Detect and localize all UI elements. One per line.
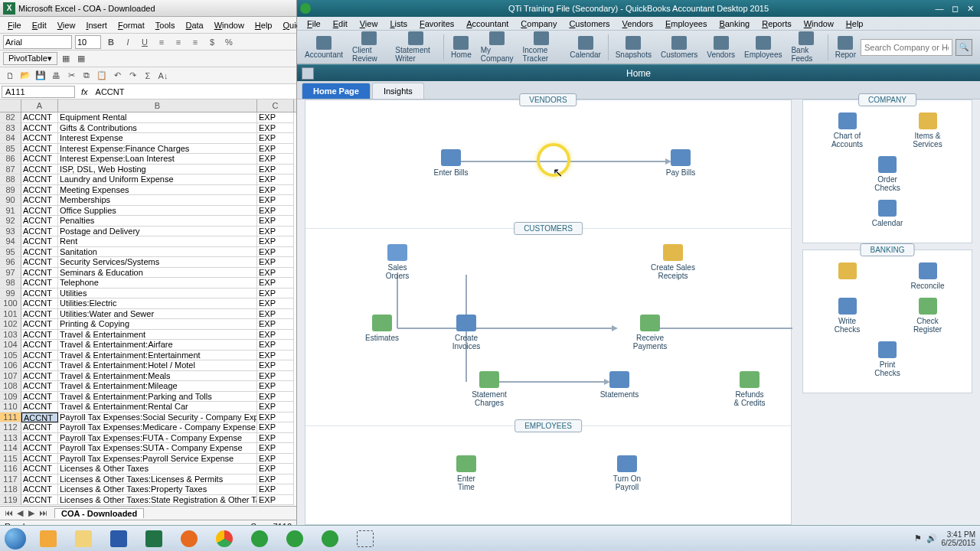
cell[interactable]: ACCNT bbox=[21, 340, 58, 350]
cell[interactable]: EXP bbox=[257, 123, 294, 134]
cell[interactable]: ACCNT bbox=[21, 298, 58, 309]
iconbar-employees[interactable]: Employees bbox=[740, 34, 786, 60]
cell[interactable]: Office Supplies bbox=[58, 206, 257, 217]
cell[interactable]: Payroll Tax Expenses:SUTA - Company Expe… bbox=[58, 443, 257, 454]
cell[interactable]: ACCNT bbox=[21, 402, 58, 412]
pivottable-button[interactable]: PivotTable▾ bbox=[3, 52, 57, 65]
name-box[interactable]: A111 bbox=[2, 86, 75, 98]
taskbar-qb1[interactable] bbox=[243, 528, 276, 549]
cell[interactable]: EXP bbox=[257, 330, 294, 341]
toolbar-icon[interactable]: ▦ bbox=[59, 52, 73, 66]
qb-menu-accountant[interactable]: Accountant bbox=[461, 18, 514, 29]
currency-icon[interactable]: $ bbox=[205, 35, 219, 49]
cell[interactable]: EXP bbox=[257, 278, 294, 289]
percent-icon[interactable]: % bbox=[222, 35, 236, 49]
cell[interactable]: EXP bbox=[257, 112, 294, 123]
table-row[interactable]: 85ACCNTInterest Expense:Finance ChargesE… bbox=[0, 144, 296, 155]
table-row[interactable]: 111ACCNTPayroll Tax Expenses:Social Secu… bbox=[0, 412, 296, 423]
table-row[interactable]: 88ACCNTLaundry and Uniform ExpenseEXP bbox=[0, 174, 296, 185]
cell[interactable]: Travel & Entertainment:Entertainment bbox=[58, 350, 257, 361]
cell[interactable]: ACCNT bbox=[21, 216, 58, 227]
cell[interactable]: EXP bbox=[257, 350, 294, 361]
qb-menu-help[interactable]: Help bbox=[841, 18, 869, 29]
col-header-a[interactable]: A bbox=[21, 99, 58, 112]
excel-menu-data[interactable]: Data bbox=[181, 19, 207, 31]
tray-clock[interactable]: 3:41 PM6/25/2015 bbox=[942, 530, 976, 547]
row-header[interactable]: 94 bbox=[0, 236, 21, 247]
row-header[interactable]: 102 bbox=[0, 319, 21, 330]
sort-asc-icon[interactable]: A↓ bbox=[156, 69, 170, 83]
cell[interactable]: Interest Expense:Finance Charges bbox=[58, 144, 257, 155]
undo-icon[interactable]: ↶ bbox=[110, 69, 124, 83]
cell[interactable]: Utilities bbox=[58, 289, 257, 299]
excel-menubar[interactable]: FileEditViewInsertFormatToolsDataWindowH… bbox=[0, 17, 296, 34]
cell[interactable]: EXP bbox=[257, 402, 294, 412]
cell[interactable]: ACCNT bbox=[21, 144, 58, 155]
table-row[interactable]: 94ACCNTRentEXP bbox=[0, 236, 296, 247]
statements-button[interactable]: Statements bbox=[589, 371, 650, 399]
cell[interactable]: ACCNT bbox=[21, 371, 58, 382]
cell[interactable]: ACCNT bbox=[21, 185, 58, 196]
open-icon[interactable]: 📂 bbox=[18, 69, 32, 83]
create-sales-receipts-button[interactable]: Create Sales Receipts bbox=[642, 244, 704, 280]
enter-bills-button[interactable]: Enter Bills bbox=[420, 149, 482, 177]
table-row[interactable]: 116ACCNTLicenses & Other TaxesEXP bbox=[0, 464, 296, 474]
excel-menu-edit[interactable]: Edit bbox=[28, 19, 51, 31]
table-row[interactable]: 102ACCNTPrinting & CopyingEXP bbox=[0, 319, 296, 330]
cell[interactable]: Sanitation bbox=[58, 247, 257, 258]
first-sheet-icon[interactable]: ⏮ bbox=[3, 508, 14, 518]
row-header[interactable]: 99 bbox=[0, 289, 21, 299]
cell[interactable]: ACCNT bbox=[21, 454, 58, 465]
cell[interactable]: EXP bbox=[257, 185, 294, 196]
cell[interactable]: ACCNT bbox=[21, 381, 58, 392]
qb-titlebar[interactable]: QTi Training File (Secondary) - QuickBoo… bbox=[297, 0, 980, 17]
row-header[interactable]: 115 bbox=[0, 454, 21, 465]
next-sheet-icon[interactable]: ▶ bbox=[26, 508, 37, 518]
cell[interactable]: ACCNT bbox=[21, 227, 58, 237]
cell[interactable]: Penalties bbox=[58, 216, 257, 227]
estimates-button[interactable]: Estimates bbox=[351, 315, 413, 342]
calendar-button[interactable]: Calendar bbox=[818, 200, 956, 227]
cell[interactable]: Gifts & Contributions bbox=[58, 123, 257, 134]
write-checks-button[interactable]: Write Checks bbox=[813, 298, 882, 334]
create-invoices-button[interactable]: Create Invoices bbox=[436, 315, 497, 350]
tab-insights[interactable]: Insights bbox=[372, 83, 424, 99]
table-row[interactable]: 115ACCNTPayroll Tax Expenses:Payroll Ser… bbox=[0, 454, 296, 465]
order-checks-button[interactable]: Order Checks bbox=[853, 156, 922, 192]
table-row[interactable]: 118ACCNTLicenses & Other Taxes:Property … bbox=[0, 484, 296, 495]
cell[interactable]: EXP bbox=[257, 495, 294, 506]
cell[interactable]: EXP bbox=[257, 227, 294, 237]
cell[interactable]: Equipment Rental bbox=[58, 112, 257, 123]
minimize-icon[interactable]: — bbox=[933, 3, 946, 14]
excel-menu-view[interactable]: View bbox=[53, 19, 80, 31]
table-row[interactable]: 90ACCNTMembershipsEXP bbox=[0, 195, 296, 206]
cell[interactable]: EXP bbox=[257, 371, 294, 382]
cell[interactable]: ACCNT bbox=[21, 154, 58, 165]
cell[interactable]: Travel & Entertainment:Meals bbox=[58, 371, 257, 382]
fx-icon[interactable]: fx bbox=[81, 87, 88, 96]
cell[interactable]: EXP bbox=[257, 154, 294, 165]
cell[interactable]: EXP bbox=[257, 422, 294, 433]
record-deposits-button[interactable] bbox=[813, 262, 882, 290]
table-row[interactable]: 84ACCNTInterest ExpenseEXP bbox=[0, 133, 296, 144]
iconbar-vendors[interactable]: Vendors bbox=[702, 34, 740, 60]
qb-menu-customers[interactable]: Customers bbox=[564, 18, 615, 29]
qb-menu-banking[interactable]: Banking bbox=[714, 18, 755, 29]
row-header[interactable]: 83 bbox=[0, 123, 21, 134]
table-row[interactable]: 86ACCNTInterest Expense:Loan InterestEXP bbox=[0, 154, 296, 165]
table-row[interactable]: 98ACCNTTelephoneEXP bbox=[0, 278, 296, 289]
table-row[interactable]: 93ACCNTPostage and DeliveryEXP bbox=[0, 227, 296, 237]
row-header[interactable]: 103 bbox=[0, 330, 21, 341]
qb-menubar[interactable]: FileEditViewListsFavoritesAccountantComp… bbox=[297, 17, 980, 31]
iconbar-client-review[interactable]: Client Review bbox=[348, 30, 390, 64]
check-register-button[interactable]: Check Register bbox=[893, 298, 962, 334]
qb-iconbar[interactable]: AccountantClient ReviewStatement WriterH… bbox=[297, 31, 980, 64]
row-header[interactable]: 100 bbox=[0, 298, 21, 309]
cell[interactable]: ACCNT bbox=[21, 330, 58, 341]
table-row[interactable]: 96ACCNTSecurity Services/SystemsEXP bbox=[0, 257, 296, 268]
taskbar-explorer[interactable] bbox=[67, 528, 100, 549]
cell[interactable]: EXP bbox=[257, 195, 294, 206]
cell[interactable]: Travel & Entertainment:Parking and Tolls bbox=[58, 392, 257, 403]
row-header[interactable]: 98 bbox=[0, 278, 21, 289]
cell[interactable]: EXP bbox=[257, 298, 294, 309]
